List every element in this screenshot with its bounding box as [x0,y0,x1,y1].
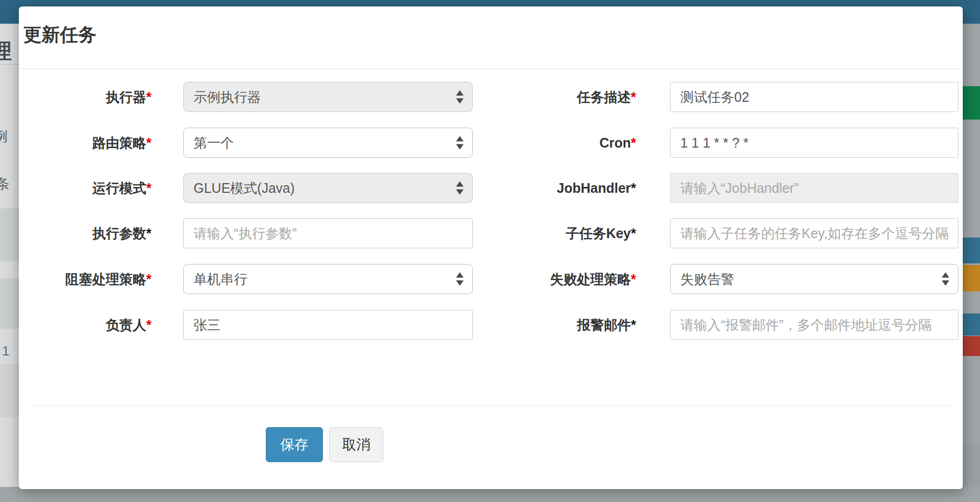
backdrop-divider [0,64,19,65]
update-job-dialog: 更新任务 执行器* 示例执行器 任务描述* 路由策略* 第一个 Cron* 运行… [19,6,963,489]
glue-type-select: GLUE模式(Java) [183,173,473,203]
exec-param-label: 执行参数* [19,218,151,248]
job-desc-input[interactable] [680,83,950,112]
block-strategy-label: 阻塞处理策略* [19,264,151,294]
table-row-fragment [0,278,19,329]
page-number-fragment: 1 [2,344,9,359]
alarm-email-label: 报警邮件* [507,310,636,340]
job-desc-input-wrap [670,82,958,112]
exec-param-input[interactable] [194,219,465,248]
executor-label: 执行器* [19,82,151,112]
select-arrows-icon [942,273,949,286]
executor-select: 示例执行器 [183,82,473,112]
jobhandler-input [680,174,950,203]
blue-button-fragment [963,313,980,336]
green-button-fragment [963,86,980,120]
alarm-email-input-wrap [670,310,958,340]
owner-input[interactable] [194,311,465,340]
cron-input-wrap [670,128,958,158]
child-jobkey-label: 子任务Key* [507,218,636,248]
clipped-text-fragment: 条 [0,175,10,193]
footer-divider [29,405,953,406]
save-button[interactable]: 保存 [266,427,323,462]
job-desc-label: 任务描述* [507,82,636,112]
route-strategy-select[interactable]: 第一个 [183,128,473,158]
owner-label: 负责人* [19,310,151,340]
table-row-fragment [0,208,19,261]
page-backdrop-right [963,24,980,502]
cancel-button[interactable]: 取消 [329,427,383,462]
alarm-email-input[interactable] [680,311,950,340]
red-button-fragment [963,336,980,356]
select-arrows-icon [456,182,464,195]
header-divider [19,68,963,69]
clipped-page-heading: 理 [0,38,12,65]
orange-button-fragment [963,265,980,291]
jobhandler-label: JobHandler* [507,173,636,203]
owner-input-wrap [183,310,473,340]
cron-label: Cron* [507,128,636,158]
fail-strategy-label: 失败处理策略* [507,264,636,294]
jobhandler-input-wrap [670,173,958,203]
child-jobkey-input[interactable] [680,219,950,248]
page-backdrop-bottom [0,487,980,502]
cron-input[interactable] [680,129,950,158]
clipped-text-fragment: 例 [0,127,8,146]
select-arrows-icon [456,90,464,104]
exec-param-input-wrap [183,218,473,248]
dialog-title: 更新任务 [23,23,96,47]
table-row-fragment [0,364,19,417]
fail-strategy-select[interactable]: 失败告警 [670,264,958,294]
select-arrows-icon [456,273,464,286]
glue-type-label: 运行模式* [19,173,151,203]
block-strategy-select[interactable]: 单机串行 [183,264,473,294]
child-jobkey-input-wrap [670,218,958,248]
page-backdrop-left: 理 例 条 1 [0,24,19,502]
blue-button-fragment [963,238,980,263]
select-arrows-icon [456,136,464,150]
route-strategy-label: 路由策略* [19,128,151,158]
